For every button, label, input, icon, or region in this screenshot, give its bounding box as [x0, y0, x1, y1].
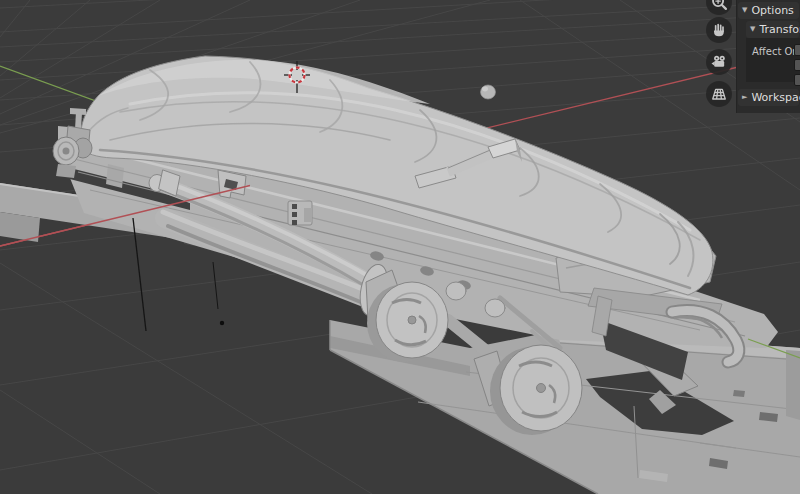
disclosure-triangle-icon: ►: [742, 94, 747, 101]
zoom-button[interactable]: [706, 0, 732, 15]
camera-icon: [709, 52, 729, 72]
affect-only-checkbox[interactable]: [794, 59, 800, 71]
affect-only-label: Affect Only: [752, 47, 800, 57]
viewport-canvas[interactable]: [0, 0, 800, 494]
affect-only-checkbox[interactable]: [794, 74, 800, 86]
panel-header-options[interactable]: ▼ Options: [738, 2, 799, 19]
affect-only-checkboxes: [794, 44, 800, 86]
panel-label-transform: Transform: [759, 24, 800, 35]
sphere-object[interactable]: [481, 85, 496, 99]
toggle-projection-button[interactable]: [706, 81, 732, 107]
magnifier-icon: [708, 0, 730, 13]
sidebar-panel: ▼ Options ▼ Transform Affect Only ► Work…: [736, 0, 800, 113]
blender-3d-viewport: ▼ Options ▼ Transform Affect Only ► Work…: [0, 0, 800, 494]
panel-header-workspace[interactable]: ► Workspace: [738, 89, 799, 106]
move-view-button[interactable]: [706, 17, 732, 43]
panel-label-workspace: Workspace: [751, 92, 800, 103]
panel-label-options: Options: [751, 5, 793, 16]
panel-header-transform[interactable]: ▼ Transform: [746, 21, 799, 38]
affect-only-checkbox[interactable]: [794, 44, 800, 56]
grid-icon: [709, 84, 729, 104]
hand-icon: [709, 20, 729, 40]
transform-panel-body: Affect Only: [746, 38, 800, 82]
disclosure-triangle-icon: ▼: [750, 26, 755, 33]
disclosure-triangle-icon: ▼: [742, 7, 747, 14]
camera-view-button[interactable]: [706, 49, 732, 75]
